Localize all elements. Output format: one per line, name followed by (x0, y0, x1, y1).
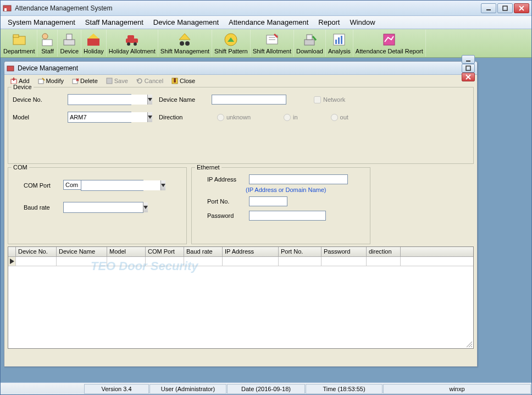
com-prefix (63, 180, 81, 190)
car-icon (124, 32, 140, 47)
direction-in-radio[interactable]: in (284, 114, 298, 121)
toolbar-device[interactable]: Device (58, 30, 81, 57)
svg-rect-45 (107, 78, 112, 84)
menu-system-management[interactable]: System Management (3, 17, 80, 28)
toolbar-shift-pattern[interactable]: Shift Pattern (212, 30, 251, 57)
toolbar-shift-allotment[interactable]: Shift Allotment (251, 30, 294, 57)
direction-unknown-radio[interactable]: unknown (217, 114, 251, 121)
col-direction[interactable]: direction (367, 247, 401, 256)
col-baud[interactable]: Baud rate (184, 247, 223, 256)
menu-staff-management[interactable]: Staff Management (80, 17, 148, 28)
toolbar-holiday-allotment[interactable]: Holiday Allotment (107, 30, 158, 57)
baud-label: Baud rate (13, 204, 57, 211)
baud-input[interactable] (64, 202, 143, 212)
status-date: Date (2016-09-18) (227, 384, 305, 394)
baud-dropdown[interactable] (143, 202, 148, 212)
main-minimize-button[interactable] (481, 3, 496, 13)
svg-point-20 (185, 41, 190, 46)
menubar: System Management Staff Management Devic… (1, 16, 531, 29)
ip-hint: (IP Address or Domain Name) (246, 186, 365, 193)
model-combo[interactable] (68, 112, 131, 123)
grid-empty-row[interactable] (16, 257, 473, 266)
device-legend: Device (12, 84, 34, 90)
svg-marker-48 (148, 98, 152, 101)
cancel-icon (136, 77, 143, 85)
shift-pattern-icon (223, 32, 239, 47)
toolbar-department[interactable]: Department (1, 30, 37, 57)
shift-allot-icon (264, 32, 280, 47)
ip-label: IP Address (196, 176, 246, 183)
menu-window[interactable]: Window (345, 17, 380, 28)
toolbar-analysis[interactable]: Analysis (326, 30, 353, 57)
col-device-no[interactable]: Device No. (16, 247, 57, 256)
mdi-area: TEO Door Security Device Management Add … (1, 58, 531, 382)
port-label: Port No. (196, 198, 246, 205)
svg-line-55 (471, 346, 472, 347)
save-button: Save (102, 76, 131, 86)
toolbar-shift-management[interactable]: Shift Management (158, 30, 212, 57)
eth-legend: Ethernet (195, 164, 221, 171)
toolbar-attendance-report[interactable]: Attendance Detail Report (353, 30, 426, 57)
menu-attendance-management[interactable]: Attendance Management (224, 17, 313, 28)
child-maximize-button[interactable] (462, 64, 475, 73)
ip-input[interactable] (249, 174, 348, 184)
device-no-dropdown[interactable] (147, 95, 152, 105)
holiday-icon (86, 32, 101, 47)
svg-marker-50 (161, 184, 165, 187)
main-maximize-button[interactable] (497, 3, 513, 13)
svg-marker-13 (88, 34, 99, 39)
network-checkbox[interactable]: Network (314, 96, 345, 103)
analysis-icon (331, 32, 347, 47)
svg-point-19 (180, 41, 184, 46)
child-minimize-button[interactable] (462, 55, 475, 64)
col-device-name[interactable]: Device Name (57, 247, 107, 256)
device-grid[interactable]: Device No. Device Name Model COM Port Ba… (8, 246, 474, 349)
menu-report[interactable]: Report (313, 17, 345, 28)
baud-combo[interactable] (63, 202, 143, 213)
col-model[interactable]: Model (107, 247, 146, 256)
main-toolbar: Department Staff Device Holiday Holiday … (1, 29, 531, 58)
close-action-button[interactable]: Close (168, 76, 198, 86)
svg-point-16 (134, 42, 137, 46)
device-icon (62, 32, 77, 47)
save-icon (106, 77, 113, 85)
main-close-button[interactable] (514, 3, 529, 13)
modify-button[interactable]: Modify (34, 76, 67, 86)
device-no-combo[interactable] (68, 94, 131, 105)
toolbar-download[interactable]: Download (294, 30, 326, 57)
resize-grip[interactable] (465, 340, 473, 348)
col-com-port[interactable]: COM Port (146, 247, 184, 256)
password-input[interactable] (249, 211, 326, 221)
com-port-dropdown[interactable] (160, 180, 165, 190)
direction-out-radio[interactable]: out (331, 114, 348, 121)
toolbar-holiday[interactable]: Holiday (81, 30, 107, 57)
col-password[interactable]: Password (322, 247, 367, 256)
menu-device-management[interactable]: Device Management (148, 17, 224, 28)
model-label: Model (13, 114, 57, 120)
device-name-input[interactable] (212, 95, 286, 105)
svg-rect-47 (174, 78, 176, 83)
delete-icon (71, 77, 79, 85)
child-close-button[interactable] (462, 73, 475, 81)
com-port-combo[interactable] (81, 180, 143, 191)
device-groupbox: Device Device No. Device Name Network Mo… (8, 87, 474, 164)
svg-rect-29 (338, 37, 340, 44)
toolbar-staff[interactable]: Staff (37, 30, 58, 57)
svg-rect-11 (66, 34, 72, 40)
svg-point-8 (42, 34, 48, 39)
col-ip[interactable]: IP Address (223, 247, 279, 256)
child-app-icon (7, 64, 14, 72)
svg-rect-32 (7, 66, 14, 71)
com-port-input[interactable] (81, 180, 160, 190)
col-port[interactable]: Port No. (279, 247, 322, 256)
svg-marker-52 (10, 259, 14, 264)
close-icon (171, 77, 179, 85)
main-titlebar: Attendance Management System (1, 1, 531, 16)
port-input[interactable] (249, 196, 287, 206)
model-dropdown[interactable] (147, 112, 152, 122)
device-no-input[interactable] (68, 95, 147, 105)
delete-button[interactable]: Delete (68, 76, 101, 86)
model-input[interactable] (68, 112, 147, 122)
status-user: User (Administrator) (149, 384, 226, 394)
svg-marker-18 (179, 34, 190, 40)
